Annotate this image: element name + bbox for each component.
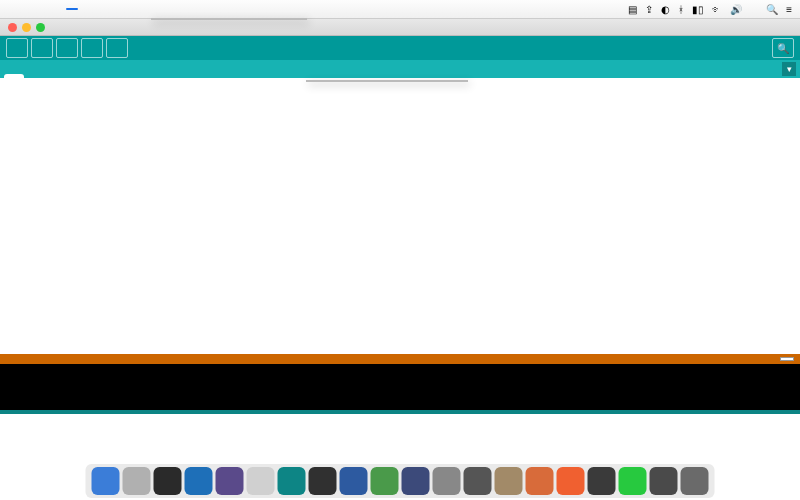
code-editor[interactable] [0, 78, 800, 354]
notif-icon[interactable]: ≡ [786, 4, 792, 15]
dock-icon[interactable] [371, 467, 399, 495]
ide-toolbar: 🔍 [0, 36, 800, 60]
sketch-tab[interactable] [4, 74, 24, 78]
tab-menu-button[interactable]: ▾ [782, 62, 796, 76]
mac-menubar: ▤ ⇪ ◐ ᚼ ▮▯ ᯤ 🔊 🔍 ≡ [0, 0, 800, 19]
boards-submenu [306, 80, 468, 82]
dock-icon[interactable] [681, 467, 709, 495]
dock-icon[interactable] [185, 467, 213, 495]
dock [86, 464, 715, 498]
dock-icon[interactable] [464, 467, 492, 495]
dock-icon[interactable] [650, 467, 678, 495]
dock-icon[interactable] [309, 467, 337, 495]
copy-error-button[interactable] [780, 357, 794, 361]
zoom-button[interactable] [36, 23, 45, 32]
status-icon[interactable]: ◐ [661, 4, 670, 15]
dock-icon[interactable] [402, 467, 430, 495]
verify-button[interactable] [6, 38, 28, 58]
dock-icon[interactable] [92, 467, 120, 495]
dock-icon[interactable] [216, 467, 244, 495]
save-button[interactable] [106, 38, 128, 58]
dock-icon[interactable] [526, 467, 554, 495]
dock-icon[interactable] [619, 467, 647, 495]
window-titlebar [0, 19, 800, 36]
menu-tools[interactable] [66, 8, 78, 10]
volume-icon[interactable]: 🔊 [730, 4, 742, 15]
dock-icon[interactable] [340, 467, 368, 495]
dock-icon[interactable] [588, 467, 616, 495]
dock-icon[interactable] [123, 467, 151, 495]
minimize-button[interactable] [22, 23, 31, 32]
bluetooth-icon[interactable]: ᚼ [678, 4, 684, 15]
wifi-icon[interactable]: ᯤ [712, 4, 722, 15]
dock-icon[interactable] [247, 467, 275, 495]
dock-icon[interactable] [433, 467, 461, 495]
spotlight-icon[interactable]: 🔍 [766, 4, 778, 15]
dock-icon[interactable] [278, 467, 306, 495]
tab-bar: ▾ [0, 60, 800, 78]
dock-icon[interactable] [557, 467, 585, 495]
dock-icon[interactable] [495, 467, 523, 495]
battery-icon[interactable]: ▮▯ [692, 4, 704, 15]
open-button[interactable] [81, 38, 103, 58]
close-button[interactable] [8, 23, 17, 32]
console[interactable] [0, 364, 800, 410]
dock-icon[interactable] [154, 467, 182, 495]
serial-monitor-button[interactable]: 🔍 [772, 38, 794, 58]
status-bar [0, 410, 800, 414]
status-icon[interactable]: ⇪ [645, 4, 653, 15]
menubar-right: ▤ ⇪ ◐ ᚼ ▮▯ ᯤ 🔊 🔍 ≡ [628, 4, 792, 15]
upload-button[interactable] [31, 38, 53, 58]
error-bar [0, 354, 800, 364]
new-button[interactable] [56, 38, 78, 58]
tools-menu [151, 18, 307, 20]
status-icon[interactable]: ▤ [628, 4, 637, 15]
